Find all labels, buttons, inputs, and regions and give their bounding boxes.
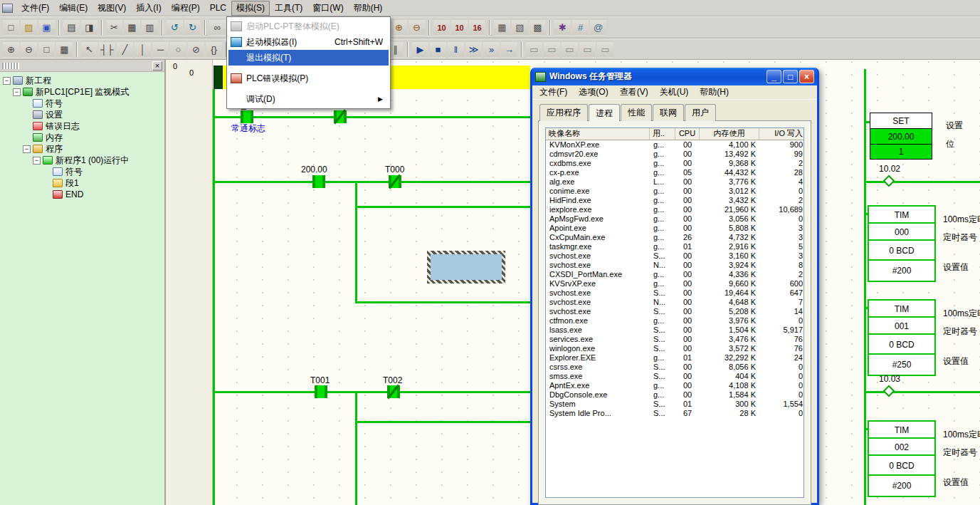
show-grid-icon[interactable]: ▦: [56, 41, 73, 58]
select-pointer-icon[interactable]: ↖: [81, 41, 98, 58]
tim-block-000[interactable]: TIM 000 0 BCD #200: [868, 205, 936, 282]
menubar-item-7[interactable]: 工具(T): [270, 1, 307, 16]
simulation-stop-icon[interactable]: ■: [430, 41, 446, 58]
tim-block-001[interactable]: TIM 001 0 BCD #250: [868, 299, 936, 376]
pane-toggle-5-icon[interactable]: ▭: [597, 41, 613, 58]
menubar-item-5[interactable]: PLC: [205, 1, 231, 14]
process-row[interactable]: Apoint.exeg...005,808 K3: [546, 224, 804, 233]
taskmgr-menu-item-0[interactable]: 文件(F): [534, 85, 573, 100]
simulation-run-icon[interactable]: ▶: [412, 41, 428, 58]
tim-preset[interactable]: #250: [869, 355, 934, 375]
output2-node-icon[interactable]: [883, 385, 895, 397]
tim-preset[interactable]: #200: [869, 261, 934, 281]
copy-icon[interactable]: ▦: [124, 19, 140, 36]
new-horizontal-line-icon[interactable]: ─: [152, 41, 169, 58]
contact-200-00[interactable]: [312, 175, 325, 188]
contact-t000-nc[interactable]: [389, 175, 401, 188]
process-row[interactable]: services.exeS...003,476 K76: [546, 335, 804, 344]
maximize-button[interactable]: □: [783, 70, 798, 83]
process-row[interactable]: CXSDI_PortMan.exeg...004,336 K2: [546, 270, 804, 279]
column-header-1[interactable]: 用..: [650, 128, 675, 140]
process-row[interactable]: SystemS...01300 K1,554: [546, 400, 804, 409]
tree-item-1[interactable]: −新PLC1[CP1E] 监视模式: [0, 86, 164, 98]
column-header-4[interactable]: I/O 写入: [759, 128, 804, 140]
pane-toggle-4-icon[interactable]: ▭: [579, 41, 596, 58]
process-row[interactable]: iexplore.exeg...0021,960 K10,689: [546, 205, 804, 214]
menubar-item-1[interactable]: 编辑(E): [54, 1, 93, 16]
new-contact-nc-icon[interactable]: ╱: [117, 41, 133, 58]
tim-number[interactable]: 001: [869, 318, 934, 335]
tree-item-2[interactable]: 符号: [0, 98, 164, 109]
tab-4[interactable]: 用户: [685, 104, 716, 121]
address-reference-icon[interactable]: @: [590, 19, 606, 36]
column-header-3[interactable]: 内存使用: [700, 128, 759, 140]
process-row[interactable]: HidFind.exeg...003,432 K2: [546, 196, 804, 205]
taskmgr-menu-item-2[interactable]: 查看(V): [614, 85, 654, 100]
tree-item-7[interactable]: −新程序1 (00)运行中: [0, 155, 164, 166]
simulation-pause-icon[interactable]: ‖: [448, 41, 464, 58]
tim-preset[interactable]: #200: [869, 476, 934, 496]
save-icon[interactable]: ▣: [38, 19, 55, 36]
plc-settings-icon[interactable]: ▧: [512, 19, 528, 36]
paste-icon[interactable]: ▥: [142, 19, 158, 36]
menu-item-6[interactable]: 调试(D)▶: [228, 91, 389, 107]
menubar-item-4[interactable]: 编程(P): [167, 1, 205, 16]
selection-hatch-box[interactable]: [427, 251, 505, 283]
zoom-out-icon[interactable]: ⊖: [21, 41, 37, 58]
scan-run-icon[interactable]: →: [501, 41, 517, 58]
column-header-0[interactable]: 映像名称: [546, 128, 650, 140]
menubar-item-3[interactable]: 插入(I): [131, 1, 166, 16]
font-size-10-icon[interactable]: 10: [433, 19, 450, 36]
collapse-icon[interactable]: −: [33, 157, 41, 165]
new-instruction-icon[interactable]: {}: [206, 41, 222, 58]
new-vertical-line-icon[interactable]: │: [135, 41, 151, 58]
title-bar[interactable]: Windows 任务管理器 _ □ ×: [532, 68, 817, 85]
process-row[interactable]: csrss.exeS...008,056 K0: [546, 363, 804, 372]
process-row[interactable]: cdmsvr20.exeg...0013,492 K99: [546, 150, 804, 159]
pane-toggle-1-icon[interactable]: ▭: [526, 41, 542, 58]
contact-label-200-00[interactable]: 200.00: [301, 165, 327, 175]
new-coil-icon[interactable]: ○: [170, 41, 186, 58]
menu-item-0[interactable]: 启动PLC-PT整体模拟(E): [228, 19, 389, 34]
process-row[interactable]: Explorer.EXEg...0132,292 K24: [546, 353, 804, 363]
contact-label-t000[interactable]: T000: [385, 165, 404, 175]
tree-item-10[interactable]: END: [0, 189, 164, 200]
process-row[interactable]: KVSrvXP.exeg...009,660 K600: [546, 279, 804, 288]
taskmgr-menu-item-3[interactable]: 关机(U): [654, 85, 695, 100]
grip-handle[interactable]: [2, 63, 19, 69]
process-row[interactable]: cxdbms.exeg...009,368 K2: [546, 159, 804, 168]
process-row[interactable]: ApntEx.exeg...004,108 K0: [546, 381, 804, 390]
close-button[interactable]: ×: [799, 70, 814, 83]
cross-reference-icon[interactable]: ✱: [554, 19, 571, 36]
menu-item-1[interactable]: 起动模拟器(I)Ctrl+Shift+W: [228, 34, 389, 50]
menu-item-4[interactable]: PLC错误模拟(P): [228, 71, 389, 86]
menubar-item-0[interactable]: 文件(F): [16, 1, 54, 16]
process-row[interactable]: taskmgr.exeg...012,916 K5: [546, 242, 804, 251]
workspace-close-button[interactable]: ×: [152, 61, 162, 71]
tim-number[interactable]: 002: [869, 439, 934, 456]
tab-1[interactable]: 进程: [589, 104, 620, 121]
force-off-icon[interactable]: ⊖: [409, 19, 425, 36]
tab-0[interactable]: 应用程序: [539, 104, 588, 121]
redo-icon[interactable]: ↻: [184, 19, 201, 36]
new-icon[interactable]: □: [3, 19, 19, 36]
tim-block-002[interactable]: TIM 002 0 BCD #200: [868, 420, 936, 497]
continuous-step-run-icon[interactable]: »: [483, 41, 500, 58]
open-icon[interactable]: ▧: [21, 19, 37, 36]
io-table-icon[interactable]: ▦: [494, 19, 510, 36]
set-instruction-block[interactable]: SET 200.00 1: [870, 113, 932, 160]
tab-3[interactable]: 联网: [653, 104, 684, 121]
tree-item-4[interactable]: 错误日志: [0, 120, 164, 132]
zoom-in-icon[interactable]: ⊕: [3, 41, 19, 58]
new-contact-icon[interactable]: ┤├: [99, 41, 115, 58]
output1-node-icon[interactable]: [883, 175, 895, 187]
tim-number[interactable]: 000: [869, 224, 934, 241]
process-row[interactable]: smss.exeS...00404 K0: [546, 372, 804, 381]
contact-t004-nc[interactable]: [334, 110, 347, 123]
tree-item-8[interactable]: 符号: [0, 166, 164, 177]
step-run-icon[interactable]: ≫: [465, 41, 482, 58]
tree-item-9[interactable]: 段1: [0, 177, 164, 189]
undo-icon[interactable]: ↺: [167, 19, 183, 36]
output1-label[interactable]: 10.02: [879, 164, 900, 174]
menu-item-2[interactable]: 退出模拟(T): [228, 50, 389, 66]
